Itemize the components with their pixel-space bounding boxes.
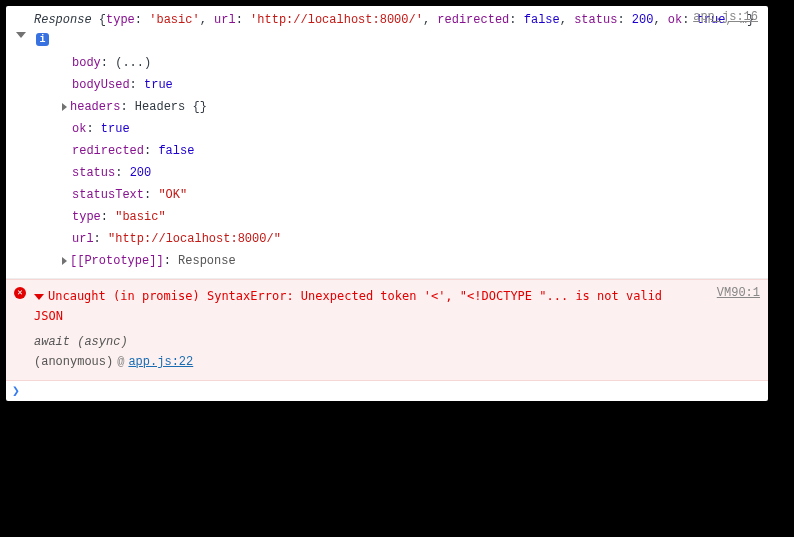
expand-arrow-icon[interactable]: [62, 257, 67, 265]
property-row[interactable]: type: "basic": [72, 206, 760, 228]
stack-frame-text: await (async): [34, 335, 128, 349]
property-key: status: [72, 166, 115, 180]
property-key: url: [72, 232, 94, 246]
property-value: true: [101, 122, 130, 136]
property-value: (...): [115, 56, 151, 70]
property-key: body: [72, 56, 101, 70]
error-source-link[interactable]: VM90:1: [717, 286, 760, 300]
stack-frame: await (async): [34, 332, 760, 352]
property-value: "http://localhost:8000/": [108, 232, 281, 246]
console-error[interactable]: ✕ VM90:1 Uncaught (in promise) SyntaxErr…: [6, 279, 768, 381]
property-row[interactable]: [[Prototype]]: Response: [72, 250, 760, 272]
property-value: "basic": [115, 210, 165, 224]
property-row[interactable]: url: "http://localhost:8000/": [72, 228, 760, 250]
property-row[interactable]: body: (...): [72, 52, 760, 74]
error-stack: await (async)(anonymous)@app.js:22: [34, 332, 760, 372]
object-summary[interactable]: Response {type: 'basic', url: 'http://lo…: [34, 10, 760, 50]
devtools-console: app.js:16 Response {type: 'basic', url: …: [6, 6, 768, 401]
expand-arrow-icon[interactable]: [62, 103, 67, 111]
expand-arrow-icon[interactable]: [16, 32, 26, 38]
stack-source-link[interactable]: app.js:22: [128, 355, 193, 369]
summary-value: 'http://localhost:8000/': [250, 13, 423, 27]
property-row[interactable]: redirected: false: [72, 140, 760, 162]
class-name: Response: [34, 13, 92, 27]
console-prompt[interactable]: [6, 381, 768, 401]
stack-frame-text: (anonymous): [34, 355, 113, 369]
expand-arrow-icon[interactable]: [34, 294, 44, 300]
property-value: Response: [178, 254, 236, 268]
property-value: "OK": [158, 188, 187, 202]
summary-value: false: [524, 13, 560, 27]
property-row[interactable]: bodyUsed: true: [72, 74, 760, 96]
stack-frame: (anonymous)@app.js:22: [34, 352, 760, 372]
property-key: ok: [72, 122, 86, 136]
summary-key: redirected: [437, 13, 509, 27]
property-value: 200: [130, 166, 152, 180]
property-key: headers: [70, 100, 120, 114]
error-message: Uncaught (in promise) SyntaxError: Unexp…: [34, 286, 760, 326]
property-key: redirected: [72, 144, 144, 158]
prompt-caret-icon: [12, 384, 20, 399]
error-icon: ✕: [14, 287, 26, 299]
property-key: [[Prototype]]: [70, 254, 164, 268]
summary-key: url: [214, 13, 236, 27]
property-row[interactable]: statusText: "OK": [72, 184, 760, 206]
console-log-object[interactable]: app.js:16 Response {type: 'basic', url: …: [6, 6, 768, 279]
property-value: Headers {}: [135, 100, 207, 114]
summary-key: ok: [668, 13, 682, 27]
property-key: type: [72, 210, 101, 224]
object-properties: body: (...)bodyUsed: trueheaders: Header…: [72, 52, 760, 272]
summary-value: 'basic': [149, 13, 199, 27]
property-key: statusText: [72, 188, 144, 202]
summary-key: status: [574, 13, 617, 27]
summary-key: type: [106, 13, 135, 27]
property-row[interactable]: status: 200: [72, 162, 760, 184]
info-badge-icon[interactable]: i: [36, 33, 49, 46]
property-row[interactable]: headers: Headers {}: [72, 96, 760, 118]
property-value: true: [144, 78, 173, 92]
summary-value: 200: [632, 13, 654, 27]
property-key: bodyUsed: [72, 78, 130, 92]
property-value: false: [158, 144, 194, 158]
source-link[interactable]: app.js:16: [693, 10, 758, 24]
property-row[interactable]: ok: true: [72, 118, 760, 140]
